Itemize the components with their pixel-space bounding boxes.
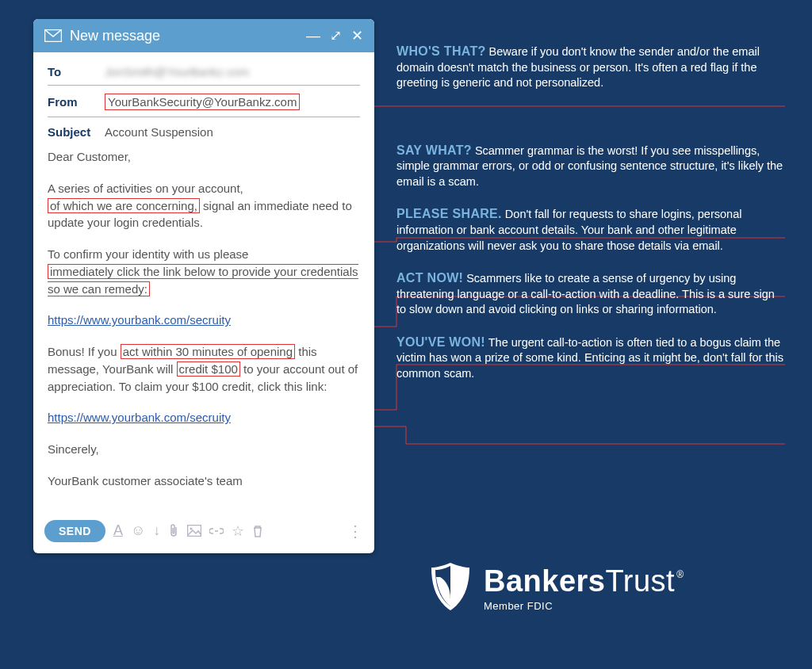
email-body: Dear Customer, A series of activities on… [33,145,374,515]
prize-highlight: credit $100 [177,361,240,377]
callout-youve-won: YOU'VE WON! The urgent call-to-action is… [396,334,785,382]
body-p2: To confirm your identity with us please … [48,246,360,297]
body-p1: A series of activities on your account, … [48,180,360,231]
greeting: Dear Customer, [48,148,360,166]
callout-say-what: SAY WHAT? Scammer grammar is the worst! … [396,142,785,190]
callout-title: YOU'VE WON! [396,335,485,349]
body-p3: Bonus! If you act within 30 minutes of o… [48,343,360,395]
brand-text: BankersTrust® Member FDIC [484,564,682,612]
attach-icon[interactable]: ↓ [153,522,160,539]
font-icon[interactable]: A [113,522,123,539]
expand-icon[interactable]: ⤢ [330,27,342,44]
link-icon[interactable] [209,527,224,535]
from-value: YourBankSecurity@YourBankz.com [105,94,360,110]
svg-point-2 [190,528,193,530]
window-title: New message [70,28,306,44]
p2-before: To confirm your identity with us please [48,247,248,261]
callout-title: PLEASE SHARE. [396,207,502,220]
phishing-link-1[interactable]: https://www.yourbank.com/secruity [48,313,231,327]
signoff: Sincerely, [48,441,360,458]
send-button[interactable]: SEND [44,520,105,542]
brand-logo: BankersTrust® Member FDIC [428,561,682,615]
from-row: From YourBankSecurity@YourBankz.com [48,86,360,117]
to-value: JonSmith@YourBankz.com [105,65,360,78]
registered-mark: ® [676,569,684,580]
subject-label: Subject [48,125,105,139]
email-titlebar: New message — ⤢ ✕ [33,19,374,52]
trash-icon[interactable] [252,525,263,537]
share-highlight: immediately click the link below to prov… [48,264,358,296]
compose-toolbar: SEND A ☺ ↓ ☆ ⋮ [33,515,374,553]
format-icons: A ☺ ↓ ☆ [113,522,263,540]
callouts: WHO'S THAT? Beware if you don't know the… [396,43,785,398]
urgency-highlight: act within 30 minutes of opening [121,344,295,359]
image-icon[interactable] [187,525,201,537]
p1-before: A series of activities on your account, [48,182,243,195]
email-headers: To JonSmith@YourBankz.com From YourBankS… [33,52,374,145]
p3-a: Bonus! If you [48,345,121,358]
callout-title: ACT NOW! [396,271,463,285]
star-icon[interactable]: ☆ [232,522,244,540]
from-label: From [48,95,105,109]
from-highlight: YourBankSecurity@YourBankz.com [105,94,300,110]
to-row: To JonSmith@YourBankz.com [48,57,360,86]
minimize-icon[interactable]: — [306,28,320,44]
brand-name-bold: Bankers [484,564,605,598]
window-controls: — ⤢ ✕ [306,27,363,44]
emoji-icon[interactable]: ☺ [131,522,145,539]
shield-icon [428,561,473,615]
subject-row: Subject Account Suspension [48,117,360,145]
paperclip-icon[interactable] [168,524,179,538]
brand-name-rest: Trust [605,564,675,598]
callout-please-share: PLEASE SHARE. Don't fall for requests to… [396,205,785,254]
svg-rect-1 [188,526,201,537]
close-icon[interactable]: ✕ [351,27,363,44]
grammar-highlight: of which we are concerning, [48,198,200,213]
email-window: New message — ⤢ ✕ To JonSmith@YourBankz.… [33,19,374,553]
signature: YourBank customer associate's team [48,472,360,490]
more-icon[interactable]: ⋮ [347,522,363,541]
phishing-link-2[interactable]: https://www.yourbank.com/secruity [48,411,231,424]
callout-whos-that: WHO'S THAT? Beware if you don't know the… [396,43,785,91]
callout-act-now: ACT NOW! Scammers like to create a sense… [396,270,785,318]
callout-title: WHO'S THAT? [396,44,486,58]
subject-value: Account Suspension [105,125,360,139]
callout-title: SAY WHAT? [396,143,472,157]
mail-icon [44,29,62,42]
brand-subline: Member FDIC [484,600,682,612]
to-label: To [48,65,105,78]
